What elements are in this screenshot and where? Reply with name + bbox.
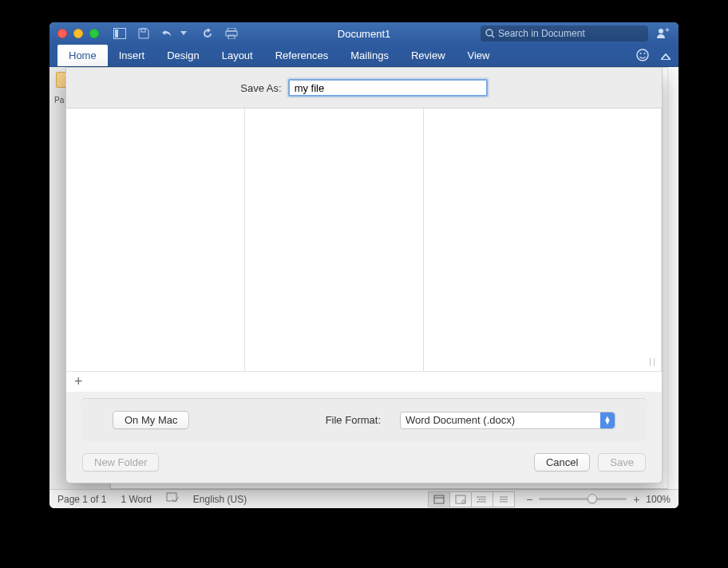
emoji-icon[interactable] bbox=[635, 48, 650, 65]
svg-rect-13 bbox=[167, 493, 176, 501]
svg-line-7 bbox=[492, 35, 494, 37]
tab-review[interactable]: Review bbox=[400, 45, 457, 66]
zoom-slider[interactable] bbox=[539, 498, 627, 500]
plus-icon: + bbox=[74, 373, 83, 390]
tab-layout[interactable]: Layout bbox=[211, 45, 264, 66]
zoom-out-button[interactable]: − bbox=[524, 493, 534, 506]
spellcheck-icon[interactable] bbox=[166, 492, 179, 506]
collapse-ribbon-icon[interactable] bbox=[661, 50, 671, 62]
file-format-label: File Format: bbox=[326, 414, 381, 426]
vertical-scrollbar[interactable] bbox=[667, 67, 679, 489]
save-dialog: Save As: || + On My Mac File Format: Wor… bbox=[65, 67, 663, 483]
cancel-button[interactable]: Cancel bbox=[534, 453, 590, 471]
status-language[interactable]: English (US) bbox=[193, 494, 247, 505]
view-web-layout-icon[interactable] bbox=[449, 491, 472, 507]
browser-column-2[interactable] bbox=[245, 108, 424, 371]
svg-point-6 bbox=[486, 30, 493, 36]
on-my-mac-button[interactable]: On My Mac bbox=[113, 411, 189, 429]
undo-dropdown-icon[interactable] bbox=[177, 27, 190, 40]
status-page[interactable]: Page 1 of 1 bbox=[57, 494, 106, 505]
svg-point-10 bbox=[637, 49, 648, 61]
search-input[interactable]: Search in Document bbox=[481, 26, 648, 41]
layout-icon[interactable] bbox=[113, 27, 126, 40]
search-placeholder: Search in Document bbox=[498, 28, 585, 39]
svg-rect-14 bbox=[434, 495, 444, 503]
svg-rect-2 bbox=[141, 29, 145, 32]
new-folder-button[interactable]: New Folder bbox=[82, 453, 159, 471]
zoom-thumb[interactable] bbox=[588, 494, 597, 503]
browser-column-3[interactable]: || bbox=[424, 108, 662, 371]
svg-point-11 bbox=[640, 53, 642, 54]
titlebar: Document1 Search in Document + bbox=[49, 22, 679, 45]
svg-rect-3 bbox=[228, 28, 235, 31]
paste-label-fragment: Pa bbox=[54, 96, 64, 105]
window-title: Document1 bbox=[338, 28, 390, 40]
svg-text:+: + bbox=[665, 26, 670, 34]
ribbon-tabs: Home Insert Design Layout References Mai… bbox=[49, 45, 679, 67]
file-browser[interactable]: || bbox=[66, 108, 662, 371]
view-print-layout-icon[interactable] bbox=[428, 491, 450, 507]
window-minimize-button[interactable] bbox=[73, 29, 83, 38]
svg-point-21 bbox=[477, 496, 479, 498]
svg-point-12 bbox=[644, 53, 646, 54]
tab-home[interactable]: Home bbox=[57, 45, 108, 66]
print-icon[interactable] bbox=[225, 27, 238, 40]
save-as-label: Save As: bbox=[240, 82, 281, 94]
add-location-button[interactable]: + bbox=[66, 371, 662, 392]
save-button[interactable]: Save bbox=[598, 453, 646, 471]
browser-column-1[interactable] bbox=[66, 108, 245, 371]
tab-design[interactable]: Design bbox=[156, 45, 210, 66]
save-icon[interactable] bbox=[137, 27, 150, 40]
zoom-percent[interactable]: 100% bbox=[646, 494, 671, 505]
svg-rect-1 bbox=[115, 30, 118, 37]
select-caret-icon: ▲▼ bbox=[600, 412, 615, 428]
svg-rect-16 bbox=[456, 495, 465, 503]
svg-point-8 bbox=[659, 29, 663, 34]
window-zoom-button[interactable] bbox=[89, 29, 99, 38]
tab-references[interactable]: References bbox=[264, 45, 339, 66]
status-bar: Page 1 of 1 1 Word English (US) − + 100% bbox=[49, 489, 679, 508]
tab-insert[interactable]: Insert bbox=[108, 45, 156, 66]
tab-mailings[interactable]: Mailings bbox=[339, 45, 400, 66]
filename-input[interactable] bbox=[288, 79, 488, 97]
undo-icon[interactable] bbox=[161, 27, 174, 40]
view-outline-icon[interactable] bbox=[471, 491, 493, 507]
resize-handle-icon[interactable]: || bbox=[649, 357, 657, 366]
file-format-value: Word Document (.docx) bbox=[406, 414, 515, 426]
svg-point-17 bbox=[462, 500, 465, 503]
window-close-button[interactable] bbox=[57, 29, 67, 38]
repeat-icon[interactable] bbox=[201, 27, 214, 40]
status-word-count[interactable]: 1 Word bbox=[121, 494, 151, 505]
svg-point-22 bbox=[479, 499, 481, 500]
view-draft-icon[interactable] bbox=[493, 491, 515, 507]
svg-point-23 bbox=[477, 501, 479, 503]
tab-view[interactable]: View bbox=[457, 45, 501, 66]
file-format-select[interactable]: Word Document (.docx) ▲▼ bbox=[400, 412, 615, 429]
share-icon[interactable]: + bbox=[656, 26, 671, 41]
zoom-in-button[interactable]: + bbox=[631, 493, 641, 506]
